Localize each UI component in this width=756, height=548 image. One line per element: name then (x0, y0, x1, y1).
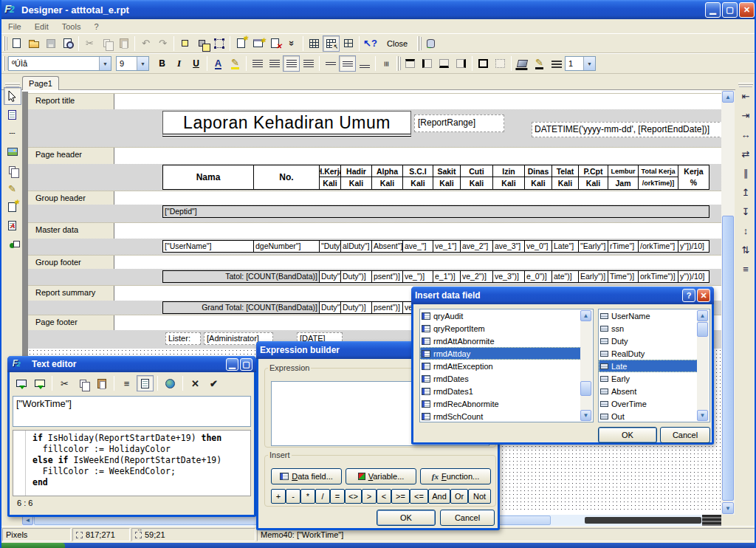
master-data-cell[interactable]: Absent"] (371, 240, 403, 253)
group-footer-cell[interactable]: ve_3")] (492, 270, 525, 283)
frame-right-button[interactable] (453, 55, 470, 72)
scroll-down-button[interactable]: ▼ (580, 410, 591, 421)
fields-scrollbar[interactable]: ▲ ▼ (697, 310, 709, 421)
master-data-cell[interactable]: y"])/10] (678, 240, 709, 253)
datetime-object[interactable]: DATETIME('yyyy-mm-dd', [ReportEndDate])] (532, 122, 721, 137)
header-cell[interactable]: H.Kerja (319, 165, 341, 177)
group-footer-cell[interactable]: Duty")] (340, 270, 372, 283)
header-cell[interactable]: Dinas (524, 165, 552, 177)
operator-<>-button[interactable]: <> (345, 489, 362, 504)
open-report-button[interactable] (25, 35, 42, 52)
group-footer-cell[interactable]: e_0")] (524, 270, 552, 283)
report-range-object[interactable]: [ReportRange] (414, 114, 504, 132)
center-window-h-button[interactable]: ∥ (737, 164, 755, 182)
group-footer-cell[interactable]: y"))/10] (678, 270, 709, 283)
fields-listbox[interactable]: ▲ ▼ UserNamessnDutyRealDutyLateEarlyAbse… (598, 309, 710, 422)
header-cell-sub[interactable]: Kali (319, 177, 341, 190)
menu-tools[interactable]: Tools (55, 21, 88, 32)
show-grid-button[interactable] (306, 35, 323, 52)
accept-edit-button[interactable]: ✔ (205, 375, 222, 391)
insert-object-tool-button[interactable] (4, 198, 21, 216)
scroll-up-button[interactable]: ▲ (722, 91, 734, 103)
scroll-up-button[interactable]: ▲ (580, 310, 591, 321)
resize-mode-button[interactable] (210, 35, 227, 52)
report-title-object[interactable]: Laporan Kehadiran Umum (162, 111, 411, 137)
frame-all-button[interactable] (475, 55, 492, 72)
maximize-button[interactable]: ▢ (240, 358, 252, 371)
table-list-item[interactable]: rmdAttException (420, 360, 581, 372)
picture-tool-button[interactable] (4, 143, 21, 160)
master-data-cell[interactable]: alDuty"] (340, 240, 372, 253)
header-cell-sub[interactable]: Kali (371, 177, 403, 190)
text-object-tool-button[interactable] (4, 106, 21, 123)
field-list-item[interactable]: UserName (599, 309, 698, 322)
fill-color-button[interactable] (514, 55, 531, 72)
scroll-thumb[interactable] (580, 381, 591, 396)
close-button[interactable]: ✕ (739, 2, 755, 18)
function-button[interactable]: fxFunction... (420, 468, 491, 484)
delete-page-button[interactable] (267, 35, 284, 52)
header-cell-sub[interactable]: Kali (551, 177, 579, 190)
group-footer-cell[interactable]: orkTime")] (638, 270, 678, 283)
line-style-button[interactable] (548, 55, 565, 72)
band-master-data[interactable]: Master data (28, 222, 721, 239)
paste-button[interactable] (115, 35, 132, 52)
group-footer-cell[interactable]: Time")] (608, 270, 639, 283)
table-list-item[interactable]: qryReportItem (420, 322, 581, 335)
align-tops-button[interactable]: ↥ (737, 183, 755, 202)
field-list-item[interactable]: OverTime (599, 397, 698, 410)
scroll-down-button[interactable]: ▼ (697, 410, 708, 421)
start-button-edge[interactable] (1, 543, 65, 548)
frame-bottom-button[interactable] (436, 55, 453, 72)
band-page-header[interactable]: Page header (28, 147, 721, 164)
group-footer-cell[interactable]: psent")] (371, 270, 403, 283)
table-list-item[interactable]: rmdDates (420, 372, 581, 385)
band-report-title[interactable]: Report title (28, 93, 721, 109)
operator-or-button[interactable]: Or (450, 489, 468, 504)
table-list-item[interactable]: rmdDates1 (420, 385, 581, 397)
align-left-edges-button[interactable]: ⇤ (737, 87, 755, 106)
master-data-cell[interactable]: ave_3"] (492, 240, 525, 253)
frame-none-button[interactable] (492, 55, 509, 72)
line-width-select[interactable]: 1 ▼ (565, 56, 596, 71)
scroll-range-bar[interactable] (585, 517, 701, 524)
header-cell-sub[interactable]: Kali (402, 177, 433, 190)
header-cell[interactable]: S.C.I (402, 165, 433, 177)
font-color-button[interactable]: A (210, 55, 227, 72)
copy-button[interactable] (98, 35, 115, 52)
group-footer-cell[interactable]: ve_")] (402, 270, 433, 283)
operator-and-button[interactable]: And (428, 489, 450, 504)
memo-text-input[interactable]: ["WorkTime"] (13, 396, 251, 427)
select-tool-button[interactable] (4, 87, 21, 105)
header-cell[interactable]: Total Kerja (638, 165, 678, 177)
band-group-footer[interactable]: Group footer (28, 255, 721, 269)
cancel-button[interactable]: Cancel (440, 510, 495, 526)
master-data-cell[interactable]: "Early"] (578, 240, 608, 253)
paste-button[interactable] (93, 375, 110, 391)
highlight-button[interactable]: ✎ (227, 55, 244, 72)
summary-cell[interactable]: Duty")] (319, 301, 341, 314)
draw-tool-button[interactable]: ✎ (4, 179, 21, 197)
field-list-item[interactable]: ssn (599, 322, 698, 335)
align-center-button[interactable] (266, 55, 283, 72)
ok-button[interactable]: OK (377, 510, 436, 526)
page-order-button[interactable]: » (284, 35, 300, 52)
header-cell-sub[interactable]: Kali (433, 177, 461, 190)
header-cell-sub[interactable]: Kali (524, 177, 552, 190)
header-cell-sub[interactable]: Kali (492, 177, 525, 190)
vertical-scrollbar[interactable]: ▲ ▼ (721, 90, 735, 515)
italic-button[interactable]: I (171, 55, 188, 72)
line-tool-button[interactable]: ┄ (4, 124, 21, 142)
menu-edit[interactable]: Edit (28, 21, 55, 32)
table-list-item[interactable]: rmdRecAbnormite (420, 397, 581, 410)
align-justify-button[interactable] (300, 55, 317, 72)
header-cell-sub[interactable]: Kali (578, 177, 608, 190)
line-color-button[interactable]: ✎ (531, 55, 548, 72)
toolbar-grip[interactable] (5, 83, 20, 85)
subreport-tool-button[interactable] (4, 161, 21, 179)
text-editor-titlebar[interactable]: Text editor ▁ ▢ (7, 356, 256, 372)
tab-page1[interactable]: Page1 (22, 76, 59, 90)
save-script-button[interactable] (31, 375, 48, 391)
maximize-button[interactable]: ▢ (722, 2, 738, 18)
operator-/-button[interactable]: / (315, 489, 330, 504)
